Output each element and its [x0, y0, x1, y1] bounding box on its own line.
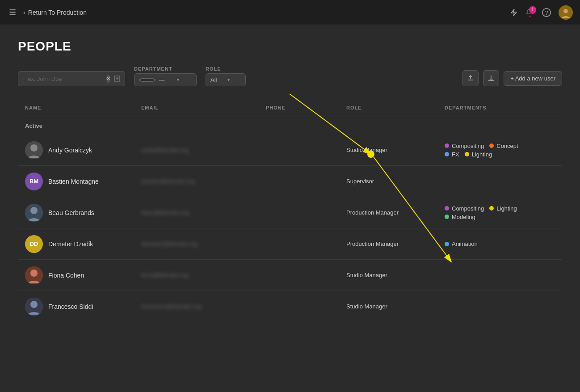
svg-text:?: ? — [545, 10, 548, 16]
phone-cell — [259, 270, 339, 281]
help-button[interactable]: ? — [542, 8, 551, 17]
departments-cell — [437, 176, 562, 187]
avatar — [25, 141, 43, 159]
email-value: bastien@blender.org — [141, 178, 195, 185]
table-row[interactable]: BM Bastien Montagne bastien@blender.org … — [18, 166, 562, 197]
svg-point-15 — [30, 270, 38, 277]
notification-button[interactable]: 1 — [525, 8, 534, 17]
dept-label: Animation — [452, 240, 478, 247]
email-cell: beau@blender.org — [134, 204, 259, 221]
search-save-button[interactable] — [114, 74, 120, 83]
department-value: --- — [159, 76, 174, 83]
dept-dot — [445, 242, 449, 246]
role-label: ROLE — [206, 66, 246, 72]
back-icon: ‹ — [23, 9, 25, 16]
email-value: fiona@blender.org — [141, 272, 189, 278]
departments-cell: Compositing Lighting Modeling — [437, 200, 562, 226]
email-cell: demeter@blender.org — [134, 235, 259, 253]
dept-dot — [489, 206, 494, 211]
add-user-button[interactable]: + Add a new user — [504, 71, 562, 86]
name-cell: BM Bastien Montagne — [18, 167, 134, 196]
download-button[interactable] — [483, 70, 499, 86]
role-cell: Production Manager — [339, 204, 437, 221]
col-header-phone: PHONE — [259, 105, 339, 110]
col-header-departments: DEPARTMENTS — [437, 105, 562, 110]
search-icon — [23, 76, 24, 82]
svg-point-4 — [23, 78, 24, 79]
back-label: Return To Production — [28, 9, 87, 16]
departments-cell — [437, 301, 562, 312]
svg-point-3 — [563, 9, 568, 13]
avatar — [25, 266, 43, 284]
email-cell: bastien@blender.org — [134, 173, 259, 190]
page-title: PEOPLE — [18, 39, 562, 54]
toolbar-left: ✕ DEPARTMENT --- ▾ — [18, 66, 246, 86]
dept-dot — [139, 78, 156, 82]
toolbar: ✕ DEPARTMENT --- ▾ — [18, 66, 562, 86]
email-value: beau@blender.org — [141, 209, 189, 216]
department-tags: Compositing Lighting Modeling — [445, 205, 555, 220]
departments-cell: Compositing Concept FX Lighting — [437, 137, 562, 163]
user-name: Beau Gerbrands — [48, 209, 94, 216]
table-row[interactable]: Francesco Siddi francesco@blender.org St… — [18, 291, 562, 322]
back-to-production-link[interactable]: ‹ Return To Production — [23, 9, 87, 16]
email-value: demeter@blender.org — [141, 240, 198, 247]
email-cell: fiona@blender.org — [134, 266, 259, 284]
user-avatar[interactable] — [559, 5, 573, 20]
upload-button[interactable] — [462, 70, 479, 86]
dept-dot — [445, 215, 449, 219]
dept-tag: Concept — [489, 143, 518, 149]
table-row[interactable]: DD Demeter Dzadik demeter@blender.org Pr… — [18, 228, 562, 260]
department-label: DEPARTMENT — [134, 66, 197, 72]
name-cell: Andy Goralczyk — [18, 136, 134, 164]
avatar: DD — [25, 235, 43, 253]
table-row[interactable]: Andy Goralczyk andy@blender.org Studio M… — [18, 135, 562, 166]
table-row[interactable]: Fiona Cohen fiona@blender.org Studio Man… — [18, 260, 562, 291]
download-icon — [488, 75, 495, 82]
department-filter-group: DEPARTMENT --- ▾ — [134, 66, 197, 86]
table-header: NAME EMAIL PHONE ROLE DEPARTMENTS — [18, 101, 562, 115]
nav-left: ☰ ‹ Return To Production — [7, 6, 87, 19]
user-name: Fiona Cohen — [48, 272, 84, 279]
search-input[interactable] — [28, 76, 103, 82]
dept-tag: Lighting — [465, 151, 492, 158]
department-select[interactable]: --- ▾ — [134, 73, 197, 86]
search-clear-button[interactable]: ✕ — [106, 75, 110, 83]
departments-cell: Animation — [437, 235, 562, 253]
bolt-icon — [509, 8, 518, 17]
role-filter-group: ROLE All ▾ — [206, 66, 246, 86]
dept-label: Concept — [496, 143, 518, 149]
name-cell: Beau Gerbrands — [18, 198, 134, 227]
role-cell: Supervisor — [339, 173, 437, 190]
upload-icon — [467, 75, 474, 82]
departments-cell — [437, 270, 562, 281]
table-row[interactable]: Beau Gerbrands beau@blender.org Producti… — [18, 197, 562, 228]
save-search-icon — [114, 76, 120, 82]
toolbar-right: + Add a new user — [462, 70, 562, 86]
role-chevron-icon: ▾ — [227, 77, 241, 82]
col-header-role: ROLE — [339, 105, 437, 110]
avatar — [25, 298, 43, 316]
dept-label: Lighting — [496, 205, 517, 212]
dept-tag: Compositing — [445, 205, 484, 212]
role-select[interactable]: All ▾ — [206, 73, 246, 86]
svg-line-5 — [24, 79, 24, 80]
add-user-label: + Add a new user — [510, 75, 555, 82]
dept-tag: FX — [445, 151, 459, 158]
phone-cell — [259, 176, 339, 187]
avatar-image — [559, 5, 573, 20]
bolt-button[interactable] — [509, 8, 518, 17]
table-rows-container: Andy Goralczyk andy@blender.org Studio M… — [18, 135, 562, 322]
dept-dot — [445, 206, 449, 211]
main-content: PEOPLE ✕ — [0, 25, 580, 392]
chevron-down-icon: ▾ — [177, 77, 192, 82]
dept-label: FX — [452, 151, 459, 158]
notification-badge: 1 — [529, 6, 536, 13]
role-cell: Studio Manager — [339, 266, 437, 284]
email-cell: francesco@blender.org — [134, 298, 259, 315]
dept-dot — [489, 143, 494, 148]
hamburger-button[interactable]: ☰ — [7, 6, 18, 19]
dept-dot — [445, 143, 449, 148]
dept-tag: Lighting — [489, 205, 517, 212]
department-tags: Animation — [445, 240, 555, 247]
